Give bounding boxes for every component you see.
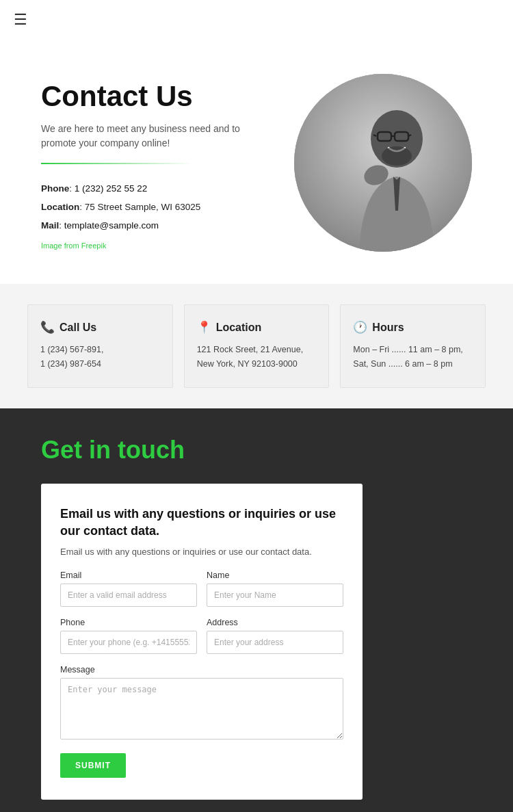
card-call-body: 1 (234) 567-891,1 (234) 987-654 <box>40 343 160 372</box>
card-location-body: 121 Rock Sreet, 21 Avenue, New York, NY … <box>197 343 317 372</box>
message-input[interactable] <box>60 678 343 739</box>
nav-bar: ☰ <box>0 0 513 40</box>
contact-info: Phone: 1 (232) 252 55 22 Location: 75 St… <box>41 179 280 235</box>
card-call: 📞 Call Us 1 (234) 567-891,1 (234) 987-65… <box>27 304 173 388</box>
form-row-phone-address: Phone Address <box>60 618 343 654</box>
phone-link[interactable]: 1 (232) 252 55 22 <box>75 183 148 194</box>
hero-title: Contact Us <box>41 81 280 112</box>
form-heading: Email us with any questions or inquiries… <box>60 506 343 540</box>
message-group: Message <box>60 665 343 739</box>
get-in-touch-section: Get in touch Email us with any questions… <box>0 408 513 812</box>
name-label: Name <box>207 571 343 580</box>
card-location-title: 📍 Location <box>197 320 317 335</box>
hero-image <box>294 74 472 252</box>
location-value: 75 Street Sample, WI 63025 <box>85 202 201 212</box>
hero-image-placeholder <box>294 74 472 252</box>
phone-label: Phone <box>60 618 197 627</box>
mail-line: Mail: template@sample.com <box>41 216 280 235</box>
section-title: Get in touch <box>41 436 472 464</box>
card-hours-title: 🕐 Hours <box>353 320 473 335</box>
card-hours: 🕐 Hours Mon – Fri ...... 11 am – 8 pm, S… <box>340 304 486 388</box>
hero-subtitle: We are here to meet any business need an… <box>41 122 246 150</box>
hero-section: Contact Us We are here to meet any busin… <box>0 40 513 263</box>
message-label: Message <box>60 665 343 675</box>
name-input[interactable] <box>207 584 343 607</box>
address-input[interactable] <box>207 631 343 654</box>
phone-group: Phone <box>60 618 197 654</box>
card-call-title: 📞 Call Us <box>40 320 160 335</box>
cards-section: 📞 Call Us 1 (234) 567-891,1 (234) 987-65… <box>0 284 513 408</box>
mail-link[interactable]: template@sample.com <box>64 220 159 231</box>
phone-input[interactable] <box>60 631 197 654</box>
email-input[interactable] <box>60 584 197 607</box>
hero-divider <box>41 163 192 164</box>
email-group: Email <box>60 571 197 607</box>
hours-icon: 🕐 <box>353 320 367 335</box>
hamburger-icon[interactable]: ☰ <box>14 11 27 28</box>
form-subtext: Email us with any questions or inquiries… <box>60 547 343 557</box>
contact-form-card: Email us with any questions or inquiries… <box>41 484 363 800</box>
svg-point-8 <box>382 146 412 166</box>
email-label: Email <box>60 571 197 580</box>
card-location: 📍 Location 121 Rock Sreet, 21 Avenue, Ne… <box>184 304 330 388</box>
card-hours-body: Mon – Fri ...... 11 am – 8 pm, Sat, Sun … <box>353 343 473 372</box>
hero-text: Contact Us We are here to meet any busin… <box>41 67 294 250</box>
call-icon: 📞 <box>40 320 55 335</box>
phone-line: Phone: 1 (232) 252 55 22 <box>41 179 280 198</box>
form-row-email-name: Email Name <box>60 571 343 607</box>
address-label: Address <box>207 618 343 627</box>
address-group: Address <box>207 618 343 654</box>
location-line: Location: 75 Street Sample, WI 63025 <box>41 198 280 216</box>
submit-button[interactable]: SUBMIT <box>60 753 126 778</box>
name-group: Name <box>207 571 343 607</box>
location-icon: 📍 <box>197 320 211 335</box>
image-from: Image from Freepik <box>41 241 280 250</box>
